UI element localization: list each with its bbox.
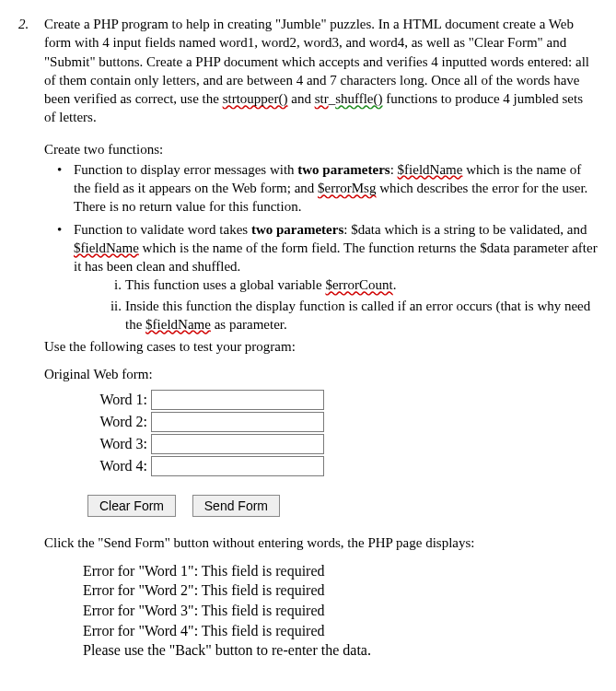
b1-a: Function to display error messages with <box>74 162 297 177</box>
input-word4[interactable] <box>151 456 324 476</box>
b1-fieldname: $fieldName <box>398 162 463 177</box>
b1-b: two parameters <box>297 162 389 177</box>
send-form-button[interactable]: Send Form <box>192 495 280 517</box>
label-word2: Word 2: <box>83 412 147 432</box>
click-send-text: Click the "Send Form" button without ent… <box>44 533 598 552</box>
b1-c: : <box>390 162 398 177</box>
question-body: Create a PHP program to help in creating… <box>44 15 598 136</box>
bullet-2: Function to validate word takes two para… <box>74 220 598 334</box>
b2-fieldname: $fieldName <box>74 240 139 255</box>
row-word3: Word 3: <box>83 434 598 454</box>
error-back: Please use the "Back" button to re-enter… <box>83 640 598 661</box>
input-word1[interactable] <box>151 390 324 410</box>
error-line-2: Error for "Word 2": This field is requir… <box>83 580 598 601</box>
create-two-functions: Create two functions: <box>44 140 598 158</box>
clear-form-button[interactable]: Clear Form <box>87 495 176 517</box>
roman-list: i. This function uses a global variable … <box>74 275 598 334</box>
bullet-1: Function to display error messages with … <box>74 160 598 217</box>
input-word3[interactable] <box>151 434 324 454</box>
roman-2-num: ii. <box>101 297 122 315</box>
label-word1: Word 1: <box>83 390 147 410</box>
error-output: Error for "Word 1": This field is requir… <box>83 561 598 661</box>
intro-paragraph: Create a PHP program to help in creating… <box>44 15 598 127</box>
bullet-list: Function to display error messages with … <box>18 160 598 334</box>
r2-fieldname: $fieldName <box>145 317 211 332</box>
question-number: 2. <box>18 15 44 136</box>
row-word4: Word 4: <box>83 456 598 476</box>
button-row: Clear Form Send Form <box>87 495 598 517</box>
b2-b: two parameters <box>251 222 343 237</box>
error-line-1: Error for "Word 1": This field is requir… <box>83 561 598 581</box>
fn-shuffle: shuffle() <box>335 91 382 106</box>
r1-a: This function uses a global variable <box>125 277 325 292</box>
roman-1: i. This function uses a global variable … <box>101 275 598 294</box>
error-line-4: Error for "Word 4": This field is requir… <box>83 621 598 641</box>
r1-c: . <box>393 277 397 292</box>
label-word3: Word 3: <box>83 434 147 454</box>
row-word2: Word 2: <box>83 412 598 432</box>
row-word1: Word 1: <box>83 390 598 410</box>
original-form-label: Original Web form: <box>44 365 598 383</box>
b2-c: : $data which is a string to be validate… <box>343 222 587 237</box>
b1-errormsg: $errorMsg <box>318 181 376 195</box>
r1-errorcount: $errorCount <box>325 277 392 292</box>
r2-c: as parameter. <box>211 317 287 332</box>
label-word4: Word 4: <box>83 456 147 476</box>
input-word2[interactable] <box>151 412 324 432</box>
use-cases: Use the following cases to test your pro… <box>44 337 598 356</box>
b2-e: which is the name of the form field. The… <box>74 240 598 274</box>
error-line-3: Error for "Word 3": This field is requir… <box>83 601 598 621</box>
roman-2: ii. Inside this function the display fun… <box>101 297 598 334</box>
question-root: 2. Create a PHP program to help in creat… <box>18 15 598 136</box>
web-form: Word 1: Word 2: Word 3: Word 4: Clear Fo… <box>83 390 598 517</box>
roman-1-num: i. <box>101 275 122 294</box>
intro-text-2: and <box>287 91 314 106</box>
b2-a: Function to validate word takes <box>74 222 251 237</box>
fn-strtoupper: strtoupper() <box>223 91 288 106</box>
fn-str: str <box>315 91 329 106</box>
